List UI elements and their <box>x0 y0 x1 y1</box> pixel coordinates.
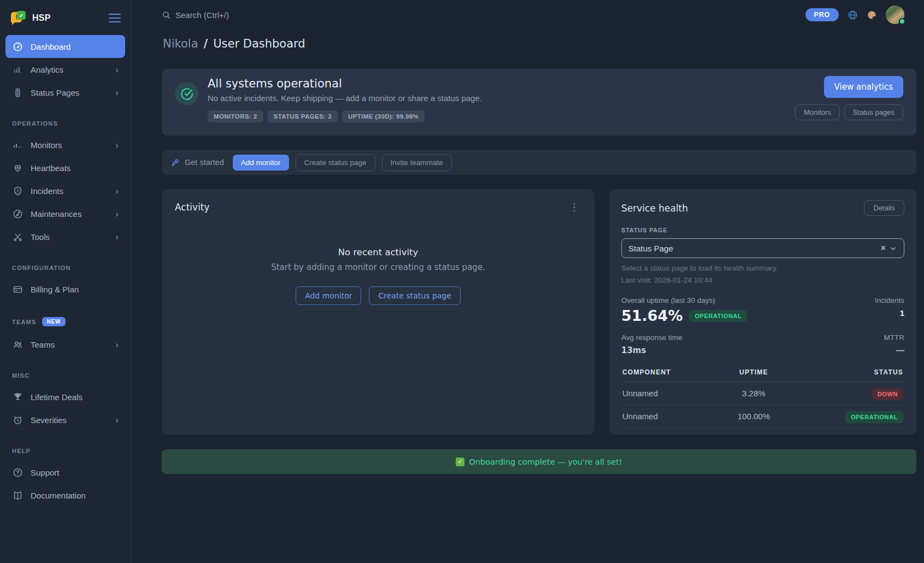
sidebar-item-tools[interactable]: Tools › <box>5 225 125 248</box>
sidebar-item-label: Documentation <box>31 491 119 500</box>
uptime-value: 51.64% <box>621 307 682 324</box>
view-analytics-button[interactable]: View analytics <box>824 76 903 98</box>
operational-badge: OPERATIONAL <box>689 310 747 322</box>
sidebar-item-heartbeats[interactable]: Heartbeats <box>5 156 125 179</box>
chevron-right-icon: › <box>115 88 119 97</box>
search-bar[interactable] <box>162 10 805 20</box>
empty-add-monitor-button[interactable]: Add monitor <box>296 286 361 305</box>
details-button[interactable]: Details <box>864 200 904 216</box>
kebab-menu-icon[interactable]: ⋮ <box>567 201 581 213</box>
mttr-value: — <box>884 345 905 355</box>
overall-uptime-stat: Overall uptime (last 30 days) 51.64% OPE… <box>621 296 747 324</box>
topbar-actions: PRO <box>805 5 917 24</box>
search-input[interactable] <box>175 10 339 20</box>
component-uptime: 3.28% <box>720 382 787 405</box>
sidebar-item-status-pages[interactable]: Status Pages › <box>5 81 125 104</box>
clear-selection-icon[interactable]: × <box>878 243 889 253</box>
sidebar-item-lifetime-deals[interactable]: Lifetime Deals <box>5 385 125 408</box>
breadcrumb: Nikola / User Dashboard <box>163 37 916 50</box>
wrench-circle-icon <box>12 208 23 219</box>
user-avatar[interactable] <box>886 5 904 24</box>
status-page-label: STATUS PAGE <box>621 227 904 233</box>
credit-card-icon <box>12 284 23 295</box>
activity-empty-state: No recent activity Start by adding a mon… <box>175 247 581 305</box>
system-status-hero: All systems operational No active incide… <box>162 69 916 136</box>
sidebar-item-label: Incidents <box>31 186 108 196</box>
palette-icon[interactable] <box>867 10 877 20</box>
app-root: !✓ HSP Dashboard Analytics › Status Page… <box>0 0 924 563</box>
service-health-title: Service health <box>621 203 688 214</box>
components-table: COMPONENT UPTIME STATUS Unnamed 3.28% DO… <box>621 365 904 428</box>
check-emoji-icon: ✓ <box>456 458 464 466</box>
monitor-bars-icon <box>12 139 23 150</box>
hero-actions: View analytics Monitors Status pages <box>795 76 903 120</box>
traffic-light-icon <box>12 87 23 98</box>
last-visit-text: Last visit: 2026-01-24 10:44 <box>621 276 904 284</box>
help-circle-icon <box>12 467 23 478</box>
status-page-select[interactable]: Status Page × <box>621 238 904 258</box>
add-monitor-button[interactable]: Add monitor <box>233 155 289 171</box>
onboarding-banner-text: Onboarding complete — you're all set! <box>469 458 622 466</box>
sidebar-item-analytics[interactable]: Analytics › <box>5 58 125 81</box>
uptime-label: Overall uptime (last 30 days) <box>621 296 747 304</box>
component-name: Unnamed <box>621 382 720 405</box>
create-status-page-button[interactable]: Create status page <box>296 154 375 171</box>
chevron-right-icon: › <box>115 209 119 219</box>
activity-title: Activity <box>175 202 210 213</box>
sidebar-item-label: Status Pages <box>31 88 108 97</box>
globe-icon[interactable] <box>848 10 858 20</box>
sidebar-item-billing-plan[interactable]: Billing & Plan <box>5 278 125 301</box>
sidebar-item-incidents[interactable]: Incidents › <box>5 179 125 202</box>
breadcrumb-separator: / <box>204 37 208 50</box>
sidebar-item-teams[interactable]: Teams › <box>5 333 125 356</box>
page-title: User Dashboard <box>213 37 305 50</box>
sidebar-item-documentation[interactable]: Documentation <box>5 484 125 507</box>
mttr-label: MTTR <box>884 333 905 342</box>
sidebar: !✓ HSP Dashboard Analytics › Status Page… <box>0 0 131 563</box>
avg-response-label: Avg response time <box>621 333 682 342</box>
hamburger-menu-icon[interactable] <box>109 14 121 22</box>
chevron-down-icon[interactable] <box>889 244 897 253</box>
new-badge: NEW <box>42 317 66 326</box>
down-status-badge: DOWN <box>872 388 903 400</box>
sidebar-item-label: Dashboard <box>31 42 119 51</box>
rocket-icon <box>170 158 180 167</box>
avg-response-value: 13ms <box>621 345 682 355</box>
status-pages-button[interactable]: Status pages <box>844 104 903 120</box>
hero-text: All systems operational No active incide… <box>208 77 795 122</box>
sidebar-item-label: Monitors <box>31 140 108 150</box>
chevron-right-icon: › <box>115 415 119 425</box>
avg-response-stat: Avg response time 13ms <box>621 333 682 355</box>
get-started-label: Get started <box>185 158 224 167</box>
check-circle-icon <box>175 82 198 105</box>
sidebar-heading-teams: TEAMS NEW <box>12 317 119 326</box>
dashboard-grid: Activity ⋮ No recent activity Start by a… <box>162 189 916 435</box>
sidebar-item-support[interactable]: Support <box>5 461 125 484</box>
table-row: Unnamed 100.00% OPERATIONAL <box>621 405 904 428</box>
get-started-strip: Get started Add monitor Create status pa… <box>162 150 916 175</box>
hsp-logo-icon: !✓ <box>11 11 26 25</box>
monitors-count-badge: MONITORS: 2 <box>208 110 263 122</box>
sidebar-item-maintenances[interactable]: Maintenances › <box>5 202 125 225</box>
invite-teammate-button[interactable]: Invite teammate <box>382 154 452 171</box>
service-health-card: Service health Details STATUS PAGE Statu… <box>609 189 916 435</box>
sidebar-item-severities[interactable]: Severities › <box>5 408 125 431</box>
alarm-clock-icon <box>12 414 23 425</box>
brand-row: !✓ HSP <box>5 9 125 35</box>
breadcrumb-parent[interactable]: Nikola <box>163 37 198 50</box>
shield-alert-icon <box>12 185 23 196</box>
table-row: Unnamed 3.28% DOWN <box>621 382 904 405</box>
sidebar-item-dashboard[interactable]: Dashboard <box>5 35 125 58</box>
uptime-30d-badge: UPTIME (30D): 99.98% <box>342 110 425 122</box>
sidebar-item-monitors[interactable]: Monitors › <box>5 133 125 156</box>
online-status-dot <box>899 18 905 25</box>
monitors-button[interactable]: Monitors <box>795 104 840 120</box>
empty-state-title: No recent activity <box>175 247 581 257</box>
pro-badge[interactable]: PRO <box>805 8 839 21</box>
sidebar-heading-help: HELP <box>12 448 119 454</box>
status-page-select-value: Status Page <box>628 244 878 253</box>
empty-create-status-page-button[interactable]: Create status page <box>369 286 460 305</box>
empty-state-subtitle: Start by adding a monitor or creating a … <box>175 262 581 272</box>
chevron-right-icon: › <box>115 186 119 196</box>
sidebar-heading-misc: MISC <box>12 372 119 379</box>
